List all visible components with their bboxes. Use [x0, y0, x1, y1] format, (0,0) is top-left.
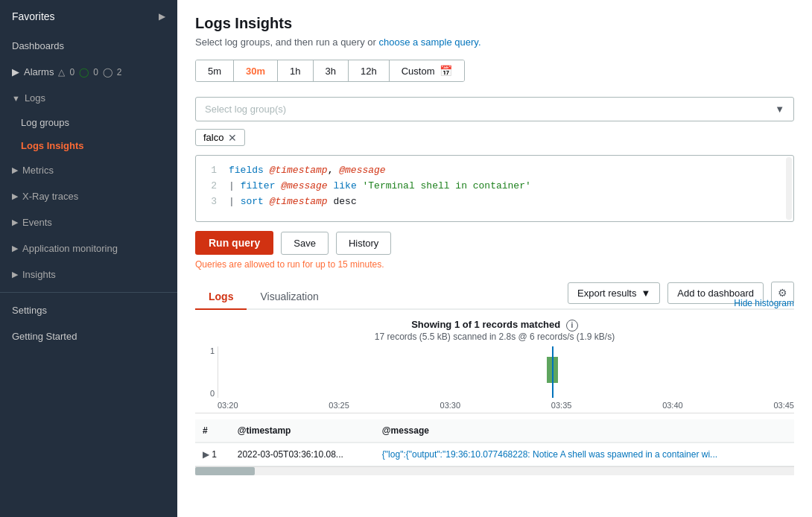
histogram-subtitle: 17 records (5.5 kB) scanned in 2.8s @ 6 … — [195, 332, 794, 342]
alarms-triangle-icon: △ — [58, 67, 65, 77]
hide-histogram-link[interactable]: Hide histogram — [734, 298, 794, 308]
line-num-2: 2 — [205, 179, 217, 194]
alarms-dot-icon: ◯ — [103, 67, 112, 77]
results-table: # @timestamp @message ▶ 1 2022-03-05T03:… — [195, 419, 794, 466]
query-line-3: 3 | sort @timestamp desc — [205, 194, 784, 210]
x-label-0340: 03:40 — [662, 401, 683, 410]
histogram-chart: 1 0 03:20 03:25 03:30 03:35 03:40 03:45 — [195, 346, 794, 413]
run-note-suffix: . — [381, 259, 384, 270]
scrollbar-thumb — [195, 467, 255, 475]
alarms-expand-icon: ▶ — [12, 66, 19, 77]
col-header-num: # — [195, 419, 230, 443]
sample-query-link[interactable]: choose a sample query. — [378, 37, 480, 48]
logs-insights-label: Logs Insights — [21, 140, 84, 151]
history-button[interactable]: History — [336, 232, 391, 255]
logs-label: Logs — [25, 92, 45, 104]
x-label-0325: 03:25 — [329, 401, 349, 410]
run-note: Queries are allowed to run for up to 15 … — [195, 259, 794, 270]
tag-falco: falco ✕ — [195, 129, 245, 146]
sidebar-divider — [0, 292, 177, 293]
sidebar-item-app-monitoring[interactable]: ▶ Application monitoring — [0, 235, 177, 261]
sidebar-item-settings[interactable]: Settings — [0, 297, 177, 323]
sidebar-item-events[interactable]: ▶ Events — [0, 209, 177, 235]
events-label: Events — [22, 217, 52, 228]
histogram-section: Hide histogram Showing 1 of 1 records ma… — [195, 319, 794, 413]
sidebar-item-alarms[interactable]: ▶ Alarms △ 0 ◯ 0 ◯ 2 — [0, 59, 177, 85]
query-editor[interactable]: 1 fields @timestamp, @message 2 | filter… — [195, 155, 794, 222]
x-axis-labels: 03:20 03:25 03:30 03:35 03:40 03:45 — [218, 398, 794, 413]
tab-logs[interactable]: Logs — [195, 285, 247, 310]
log-group-placeholder: Select log group(s) — [205, 104, 775, 115]
log-groups-label: Log groups — [21, 117, 69, 128]
export-dropdown-icon: ▼ — [641, 288, 650, 299]
sidebar-favorites[interactable]: Favorites ▶ — [0, 0, 177, 33]
editor-scrollbar[interactable] — [786, 157, 792, 220]
play-icon[interactable]: ▶ — [203, 449, 209, 460]
calendar-icon: 📅 — [440, 65, 452, 77]
histogram-title: Showing 1 of 1 records matched i — [195, 319, 794, 332]
sidebar-favorites-label: Favorites — [12, 10, 55, 22]
query-line-2-content: | filter @message like 'Terminal shell i… — [229, 179, 531, 194]
query-line-1: 1 fields @timestamp, @message — [205, 163, 784, 179]
chart-area — [218, 346, 794, 398]
time-btn-5m[interactable]: 5m — [196, 60, 234, 81]
sidebar-item-dashboards[interactable]: Dashboards — [0, 33, 177, 59]
sidebar-item-getting-started[interactable]: Getting Started — [0, 323, 177, 349]
save-button[interactable]: Save — [281, 232, 329, 255]
row-num: 1 — [212, 449, 217, 460]
tag-falco-close[interactable]: ✕ — [228, 133, 237, 143]
insights-label: Insights — [22, 269, 56, 280]
sidebar-item-logs[interactable]: ▼ Logs — [0, 85, 177, 111]
log-group-selector[interactable]: Select log group(s) ▼ — [195, 97, 794, 121]
export-label: Export results — [577, 288, 636, 299]
bottom-scrollbar[interactable] — [195, 466, 794, 475]
getting-started-label: Getting Started — [12, 331, 77, 342]
col-header-timestamp: @timestamp — [230, 419, 375, 443]
sidebar-item-log-groups[interactable]: Log groups — [0, 111, 177, 134]
tab-visualization[interactable]: Visualization — [247, 285, 332, 310]
xray-label: X-Ray traces — [22, 191, 78, 202]
page-title: Logs Insights — [195, 15, 794, 32]
sidebar-item-metrics[interactable]: ▶ Metrics — [0, 157, 177, 183]
insights-expand-icon: ▶ — [12, 270, 18, 279]
table-row: ▶ 1 2022-03-05T03:36:10.08... {"log":{"o… — [195, 443, 794, 466]
y-label-top: 1 — [195, 346, 215, 355]
logs-expand-icon: ▼ — [12, 94, 20, 103]
time-btn-12h[interactable]: 12h — [349, 60, 390, 81]
metrics-expand-icon: ▶ — [12, 165, 18, 175]
time-btn-30m[interactable]: 30m — [234, 60, 278, 81]
row-expand-btn[interactable]: ▶ 1 — [195, 443, 230, 466]
metrics-label: Metrics — [22, 165, 54, 176]
query-line-2: 2 | filter @message like 'Terminal shell… — [205, 179, 784, 194]
x-label-0320: 03:20 — [218, 401, 238, 410]
alarms-badge-other: 2 — [117, 67, 122, 77]
time-btn-custom[interactable]: Custom 📅 — [390, 60, 464, 81]
time-range-selector: 5m 30m 1h 3h 12h Custom 📅 — [195, 60, 465, 82]
table-header-row: # @timestamp @message — [195, 419, 794, 443]
alarms-badge-alert: 0 — [69, 67, 74, 77]
time-btn-1h[interactable]: 1h — [278, 60, 313, 81]
appmon-expand-icon: ▶ — [12, 244, 18, 253]
time-btn-3h[interactable]: 3h — [314, 60, 349, 81]
row-message: {"log":{"output":"19:36:10.077468228: No… — [375, 443, 794, 466]
row-timestamp: 2022-03-05T03:36:10.08... — [230, 443, 375, 466]
message-content: {"log":{"output":"19:36:10.077468228: No… — [382, 449, 717, 460]
histogram-header: Showing 1 of 1 records matched i 17 reco… — [195, 319, 794, 342]
y-axis: 1 0 — [195, 346, 218, 398]
line-num-3: 3 — [205, 194, 217, 210]
histogram-marker — [552, 346, 554, 398]
info-icon[interactable]: i — [566, 320, 578, 332]
gear-icon: ⚙ — [778, 287, 787, 299]
run-query-button[interactable]: Run query — [195, 231, 273, 255]
x-label-0335: 03:35 — [551, 401, 572, 410]
page-subtitle: Select log groups, and then run a query … — [195, 37, 794, 48]
export-results-button[interactable]: Export results ▼ — [568, 282, 660, 304]
alarms-badge-ok: 0 — [93, 67, 98, 77]
alarms-label: Alarms — [24, 66, 54, 77]
tabs-left: Logs Visualization — [195, 285, 332, 308]
log-group-dropdown-icon: ▼ — [775, 104, 784, 115]
sidebar-item-xray-traces[interactable]: ▶ X-Ray traces — [0, 183, 177, 209]
sidebar: Favorites ▶ Dashboards ▶ Alarms △ 0 ◯ 0 … — [0, 0, 177, 517]
sidebar-item-insights[interactable]: ▶ Insights — [0, 261, 177, 288]
sidebar-item-logs-insights[interactable]: Logs Insights — [0, 134, 177, 157]
